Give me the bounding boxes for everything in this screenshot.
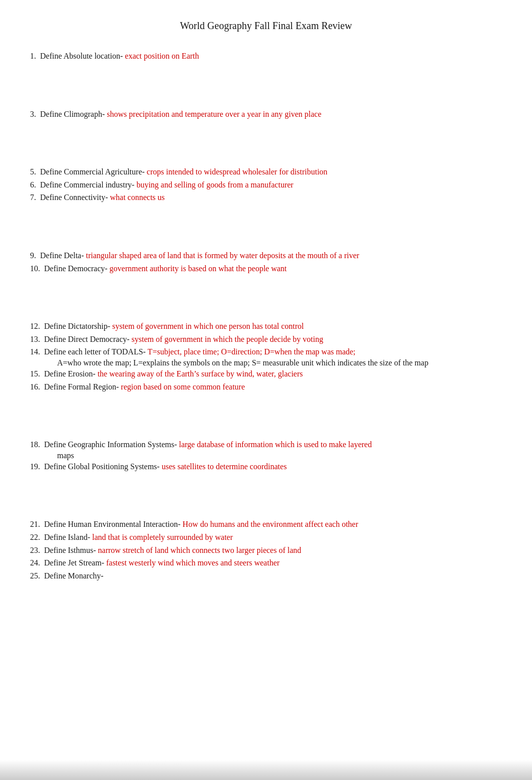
- item-text: 14. Define each letter of TODALS- T=subj…: [30, 347, 356, 356]
- item-answer-line2: maps: [57, 451, 74, 460]
- page-title: World Geography Fall Final Exam Review: [30, 20, 502, 32]
- item-answer: government authority is based on what th…: [110, 264, 287, 273]
- list-item: 5. Define Commercial Agriculture- crops …: [30, 165, 502, 178]
- spacer: [30, 204, 502, 249]
- item-label: Define Island-: [44, 533, 90, 541]
- item-answer: fastest westerly wind which moves and st…: [106, 558, 280, 567]
- item-label: Define Geographic Information Systems-: [44, 440, 177, 449]
- list-item: 3. Define Climograph- shows precipitatio…: [30, 108, 502, 121]
- item-label: Define Democracy-: [44, 264, 108, 273]
- list-item: 15. Define Erosion- the wearing away of …: [30, 367, 502, 380]
- list-item: 18. Define Geographic Information System…: [30, 438, 502, 460]
- list-item: 23. Define Isthmus- narrow stretch of la…: [30, 544, 502, 557]
- item-label: Define Direct Democracy-: [44, 335, 130, 343]
- item-text: 18. Define Geographic Information System…: [30, 440, 372, 449]
- list-item: 9. Define Delta- triangular shaped area …: [30, 249, 502, 262]
- item-label: Define Jet Stream-: [44, 558, 104, 567]
- item-answer: large database of information which is u…: [179, 440, 372, 449]
- list-item: 10. Define Democracy- government authori…: [30, 262, 502, 275]
- item-answer: exact position on Earth: [125, 52, 199, 60]
- list-item: 6. Define Commercial industry- buying an…: [30, 178, 502, 191]
- item-label: Define Commercial industry-: [40, 180, 134, 189]
- item-answer: How do humans and the environment affect…: [182, 520, 358, 528]
- spacer: [30, 393, 502, 438]
- item-answer: the wearing away of the Earth’s surface …: [98, 369, 303, 378]
- list-item: 25. Define Monarchy-: [30, 569, 502, 582]
- spacer: [30, 120, 502, 165]
- item-text: 23. Define Isthmus- narrow stretch of la…: [30, 546, 301, 554]
- list-item: 1. Define Absolute location- exact posit…: [30, 50, 502, 63]
- list-item: 7. Define Connectivity- what connects us: [30, 191, 502, 204]
- item-text: 13. Define Direct Democracy- system of g…: [30, 335, 323, 343]
- item-answer-line2: A=who wrote the map; L=explains the symb…: [57, 358, 428, 367]
- item-text: 6. Define Commercial industry- buying an…: [30, 180, 294, 189]
- item-answer: narrow stretch of land which connects tw…: [98, 546, 302, 554]
- item-text: 25. Define Monarchy-: [30, 571, 104, 580]
- list-item: 14. Define each letter of TODALS- T=subj…: [30, 345, 502, 367]
- item-label: Define Absolute location-: [40, 52, 123, 60]
- item-answer: land that is completely surrounded by wa…: [92, 533, 233, 541]
- item-label: Define Global Positioning Systems-: [44, 462, 160, 471]
- item-text: 19. Define Global Positioning Systems- u…: [30, 462, 287, 471]
- item-label: Define Monarchy-: [44, 571, 104, 580]
- list-item: 13. Define Direct Democracy- system of g…: [30, 333, 502, 346]
- item-text: 24. Define Jet Stream- fastest westerly …: [30, 558, 280, 567]
- list-item: 12. Define Dictatorship- system of gover…: [30, 320, 502, 333]
- item-label: Define Connectivity-: [40, 193, 108, 202]
- bottom-fade: [0, 760, 532, 780]
- item-label: Define each letter of TODALS-: [44, 347, 146, 356]
- item-text: 16. Define Formal Region- region based o…: [30, 382, 245, 391]
- item-answer: shows precipitation and temperature over…: [107, 110, 321, 118]
- item-text: 15. Define Erosion- the wearing away of …: [30, 369, 303, 378]
- item-text: 21. Define Human Environmental Interacti…: [30, 520, 358, 528]
- item-label: Define Dictatorship-: [44, 322, 110, 330]
- spacer: [30, 473, 502, 518]
- item-answer: region based on some common feature: [121, 382, 244, 391]
- list-item: 24. Define Jet Stream- fastest westerly …: [30, 556, 502, 569]
- item-label: Define Delta-: [40, 251, 84, 260]
- list-item: 16. Define Formal Region- region based o…: [30, 380, 502, 394]
- item-label: Define Formal Region-: [44, 382, 119, 391]
- item-text: 22. Define Island- land that is complete…: [30, 533, 233, 541]
- item-text: 12. Define Dictatorship- system of gover…: [30, 322, 304, 330]
- item-text: 3. Define Climograph- shows precipitatio…: [30, 110, 322, 118]
- item-label: Define Commercial Agriculture-: [40, 167, 145, 176]
- item-text: 7. Define Connectivity- what connects us: [30, 193, 165, 202]
- item-text: 9. Define Delta- triangular shaped area …: [30, 251, 359, 260]
- item-text: 10. Define Democracy- government authori…: [30, 264, 287, 273]
- item-answer: system of government in which one person…: [112, 322, 304, 330]
- list-item: 19. Define Global Positioning Systems- u…: [30, 460, 502, 473]
- item-answer: crops intended to widespread wholesaler …: [147, 167, 328, 176]
- item-answer: T=subject, place time; O=direction; D=wh…: [148, 347, 356, 356]
- item-continuation: A=who wrote the map; L=explains the symb…: [30, 358, 502, 367]
- item-answer: triangular shaped area of land that is f…: [86, 251, 360, 260]
- item-label: Define Climograph-: [40, 110, 105, 118]
- spacer: [30, 63, 502, 108]
- item-answer: buying and selling of goods from a manuf…: [136, 180, 293, 189]
- spacer: [30, 275, 502, 320]
- item-answer: system of government in which the people…: [132, 335, 324, 343]
- item-label: Define Human Environmental Interaction-: [44, 520, 180, 528]
- list-item: 21. Define Human Environmental Interacti…: [30, 518, 502, 531]
- item-text: 5. Define Commercial Agriculture- crops …: [30, 167, 328, 176]
- item-answer: uses satellites to determine coordinates: [162, 462, 287, 471]
- items-list: 1. Define Absolute location- exact posit…: [30, 50, 502, 582]
- item-label: Define Erosion-: [44, 369, 96, 378]
- item-continuation: maps: [30, 451, 502, 460]
- item-text: 1. Define Absolute location- exact posit…: [30, 52, 199, 60]
- list-item: 22. Define Island- land that is complete…: [30, 531, 502, 544]
- item-label: Define Isthmus-: [44, 546, 96, 554]
- item-answer: what connects us: [110, 193, 165, 202]
